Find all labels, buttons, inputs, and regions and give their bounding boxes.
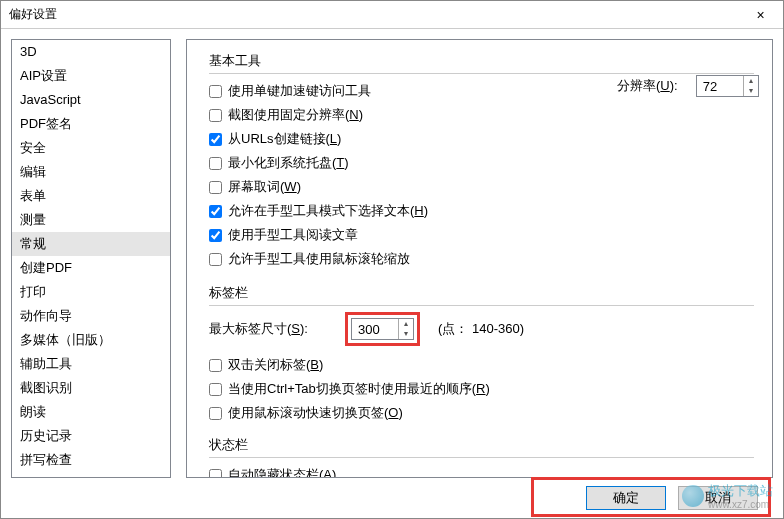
sidebar-item-截图识别[interactable]: 截图识别 xyxy=(12,376,170,400)
sidebar-item-朗读[interactable]: 朗读 xyxy=(12,400,170,424)
option-row: 当使用Ctrl+Tab切换页签时使用最近的顺序(R) xyxy=(209,378,754,400)
spin-up-icon[interactable]: ▴ xyxy=(744,76,758,86)
option-row: 屏幕取词(W) xyxy=(209,176,754,198)
option-checkbox[interactable] xyxy=(209,469,222,479)
divider xyxy=(209,73,754,74)
max-tab-size-spinbox[interactable]: ▴ ▾ xyxy=(351,318,414,340)
option-row: 从URLs创建链接(L) xyxy=(209,128,754,150)
highlight-box: 确定 取消 xyxy=(531,477,771,517)
option-checkbox[interactable] xyxy=(209,253,222,266)
resolution-input[interactable] xyxy=(697,76,743,96)
spin-up-icon[interactable]: ▴ xyxy=(399,319,413,329)
resolution-label: 分辨率(U): xyxy=(617,77,678,95)
option-row: 允许手型工具使用鼠标滚轮缩放 xyxy=(209,248,754,270)
option-label: 双击关闭标签(B) xyxy=(228,356,323,374)
window-body: 3DAIP设置JavaScriptPDF签名安全编辑表单测量常规创建PDF打印动… xyxy=(1,29,783,518)
option-label: 最小化到系统托盘(T) xyxy=(228,154,349,172)
basic-tools-group: 使用单键加速键访问工具截图使用固定分辨率(N)从URLs创建链接(L)最小化到系… xyxy=(209,80,754,270)
sidebar-item-3D[interactable]: 3D xyxy=(12,40,170,64)
option-row: 使用手型工具阅读文章 xyxy=(209,224,754,246)
option-label: 使用单键加速键访问工具 xyxy=(228,82,371,100)
window-title: 偏好设置 xyxy=(9,6,738,23)
sidebar-item-辅助工具[interactable]: 辅助工具 xyxy=(12,352,170,376)
option-row: 允许在手型工具模式下选择文本(H) xyxy=(209,200,754,222)
option-row: 双击关闭标签(B) xyxy=(209,354,754,376)
sidebar-item-多媒体（旧版）[interactable]: 多媒体（旧版） xyxy=(12,328,170,352)
cancel-button[interactable]: 取消 xyxy=(678,486,758,510)
option-checkbox[interactable] xyxy=(209,133,222,146)
max-tab-size-row: 最大标签尺寸(S): ▴ ▾ (点： 140-360) xyxy=(209,312,754,346)
option-label: 从URLs创建链接(L) xyxy=(228,130,341,148)
category-sidebar[interactable]: 3DAIP设置JavaScriptPDF签名安全编辑表单测量常规创建PDF打印动… xyxy=(11,39,171,478)
option-row: 使用鼠标滚动快速切换页签(O) xyxy=(209,402,754,424)
option-checkbox[interactable] xyxy=(209,109,222,122)
sidebar-item-表单[interactable]: 表单 xyxy=(12,184,170,208)
status-bar-group: 自动隐藏状态栏(A)显示并启用滚动条锁定按钮(C) xyxy=(209,464,754,478)
option-checkbox[interactable] xyxy=(209,85,222,98)
option-label: 允许手型工具使用鼠标滚轮缩放 xyxy=(228,250,410,268)
option-checkbox[interactable] xyxy=(209,157,222,170)
sidebar-item-JavaScript[interactable]: JavaScript xyxy=(12,88,170,112)
option-row: 最小化到系统托盘(T) xyxy=(209,152,754,174)
option-checkbox[interactable] xyxy=(209,407,222,420)
option-label: 屏幕取词(W) xyxy=(228,178,301,196)
spin-down-icon[interactable]: ▾ xyxy=(399,329,413,339)
divider xyxy=(209,457,754,458)
sidebar-item-测量[interactable]: 测量 xyxy=(12,208,170,232)
resolution-row: 分辨率(U): ▴ ▾ xyxy=(617,75,759,97)
preferences-window: 偏好设置 × 3DAIP设置JavaScriptPDF签名安全编辑表单测量常规创… xyxy=(0,0,784,519)
option-row: 自动隐藏状态栏(A) xyxy=(209,464,754,478)
highlight-box: ▴ ▾ xyxy=(345,312,420,346)
option-checkbox[interactable] xyxy=(209,181,222,194)
sidebar-item-编辑[interactable]: 编辑 xyxy=(12,160,170,184)
option-label: 自动隐藏状态栏(A) xyxy=(228,466,336,478)
option-checkbox[interactable] xyxy=(209,359,222,372)
option-label: 使用手型工具阅读文章 xyxy=(228,226,358,244)
sidebar-item-历史记录[interactable]: 历史记录 xyxy=(12,424,170,448)
max-tab-size-hint: (点： 140-360) xyxy=(438,320,524,338)
footer: 确定 取消 xyxy=(1,478,783,518)
sidebar-item-动作向导[interactable]: 动作向导 xyxy=(12,304,170,328)
sidebar-item-创建PDF[interactable]: 创建PDF xyxy=(12,256,170,280)
max-tab-size-label: 最大标签尺寸(S): xyxy=(209,320,327,338)
option-label: 使用鼠标滚动快速切换页签(O) xyxy=(228,404,403,422)
option-row: 截图使用固定分辨率(N) xyxy=(209,104,754,126)
sidebar-item-打印[interactable]: 打印 xyxy=(12,280,170,304)
content-panel: 基本工具 使用单键加速键访问工具截图使用固定分辨率(N)从URLs创建链接(L)… xyxy=(186,39,773,478)
sidebar-item-拼写检查[interactable]: 拼写检查 xyxy=(12,448,170,472)
option-checkbox[interactable] xyxy=(209,383,222,396)
max-tab-size-input[interactable] xyxy=(352,319,398,339)
sidebar-item-安全[interactable]: 安全 xyxy=(12,136,170,160)
ok-button[interactable]: 确定 xyxy=(586,486,666,510)
section-tab-bar-title: 标签栏 xyxy=(209,284,754,302)
sidebar-item-常规[interactable]: 常规 xyxy=(12,232,170,256)
spin-down-icon[interactable]: ▾ xyxy=(744,86,758,96)
divider xyxy=(209,305,754,306)
section-status-bar-title: 状态栏 xyxy=(209,436,754,454)
close-button[interactable]: × xyxy=(738,1,783,29)
tab-bar-group: 双击关闭标签(B)当使用Ctrl+Tab切换页签时使用最近的顺序(R)使用鼠标滚… xyxy=(209,354,754,424)
option-label: 允许在手型工具模式下选择文本(H) xyxy=(228,202,428,220)
sidebar-item-AIP设置[interactable]: AIP设置 xyxy=(12,64,170,88)
titlebar: 偏好设置 × xyxy=(1,1,783,29)
option-label: 截图使用固定分辨率(N) xyxy=(228,106,363,124)
option-checkbox[interactable] xyxy=(209,229,222,242)
section-basic-tools-title: 基本工具 xyxy=(209,52,754,70)
option-label: 当使用Ctrl+Tab切换页签时使用最近的顺序(R) xyxy=(228,380,490,398)
sidebar-item-PDF签名[interactable]: PDF签名 xyxy=(12,112,170,136)
resolution-spinbox[interactable]: ▴ ▾ xyxy=(696,75,759,97)
option-checkbox[interactable] xyxy=(209,205,222,218)
